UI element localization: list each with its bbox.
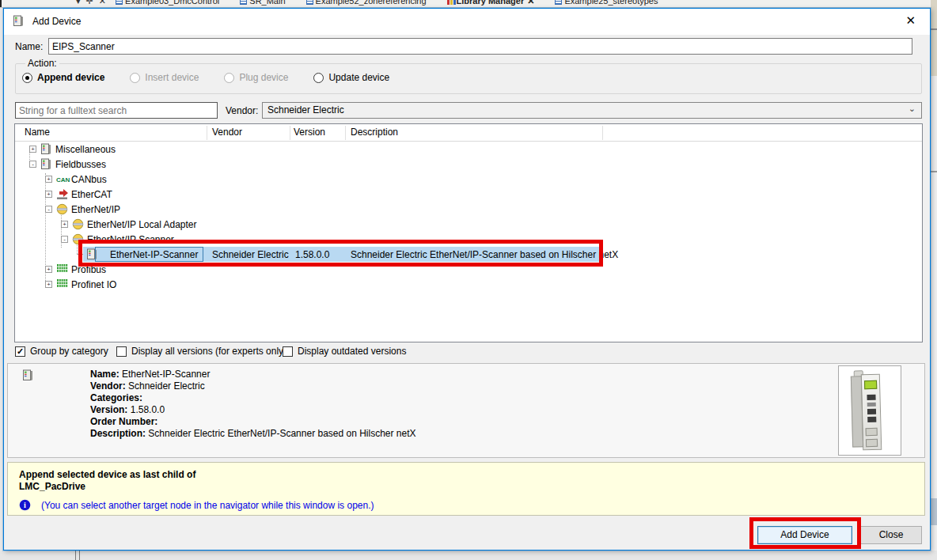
- detail-label: Vendor:: [90, 380, 126, 392]
- tree-row-selected-device[interactable]: EtherNet-IP-ScannerSchneider Electric1.5…: [15, 247, 922, 262]
- detail-line: Version: 1.58.0.0: [90, 404, 416, 416]
- tree-row[interactable]: +Profibus: [15, 262, 922, 277]
- navigator-hint-text: (You can select another target node in t…: [41, 500, 374, 511]
- column-header-vendor[interactable]: Vendor: [212, 127, 242, 138]
- radio-button-icon: [224, 73, 234, 83]
- tree-item-label: CANbus: [71, 174, 107, 185]
- tab-example03-dmccontrol[interactable]: Example03_DmcControl: [116, 0, 219, 6]
- close-icon[interactable]: ✕: [902, 13, 919, 28]
- close-button[interactable]: Close: [860, 526, 922, 544]
- tree-expander-expanded-icon[interactable]: -: [61, 236, 68, 243]
- checkbox-display-outdated-versions[interactable]: Display outdated versions: [283, 346, 406, 357]
- column-separator[interactable]: [345, 126, 346, 140]
- tree-row[interactable]: +Miscellaneous: [15, 142, 922, 157]
- tree-row[interactable]: +Profinet IO: [15, 277, 922, 292]
- fieldbus-grid-icon: [56, 263, 68, 275]
- column-separator[interactable]: [207, 126, 207, 140]
- append-target-panel: Append selected device as last child of …: [7, 462, 925, 516]
- column-header-description[interactable]: Description: [351, 127, 398, 138]
- device-description-cell: Schneider Electric EtherNet/IP-Scanner b…: [351, 249, 618, 260]
- vendor-selected-value: Schneider Electric: [267, 104, 344, 115]
- background-right-panel: [931, 0, 937, 560]
- splitter-line: [75, 551, 76, 560]
- tree-expander-collapsed-icon[interactable]: +: [45, 281, 52, 288]
- append-action-text: Append selected device as last child of: [19, 469, 195, 480]
- radio-button-icon: [130, 73, 140, 83]
- radio-update-device[interactable]: Update device: [313, 72, 389, 83]
- tree-item-label: Profibus: [71, 264, 106, 275]
- radio-label: Insert device: [145, 72, 199, 83]
- detail-value: 1.58.0.0: [131, 404, 165, 415]
- dialog-titlebar[interactable]: Add Device ✕: [4, 9, 930, 35]
- background-edge-mark: [0, 0, 2, 8]
- device-name-cell: EtherNet-IP-Scanner: [110, 249, 198, 260]
- checkbox-label: Display all versions (for experts only): [131, 346, 286, 357]
- tab-label: Example25_stereotypes: [564, 0, 658, 6]
- device-table-header: Name Vendor Version Description: [15, 124, 922, 142]
- detail-line: Categories:: [90, 392, 416, 404]
- tree-expander-collapsed-icon[interactable]: +: [45, 176, 52, 183]
- dialog-title: Add Device: [32, 16, 81, 27]
- background-tab-bar: ▾ ✛ ✕Example03_DmcControlSR_MainExample5…: [0, 0, 937, 8]
- canbus-icon: CAN: [56, 173, 70, 184]
- tree-item-label: Fieldbusses: [55, 159, 106, 170]
- splitter-line: [79, 551, 80, 560]
- tree-row[interactable]: -Fieldbusses: [15, 157, 922, 172]
- tree-expander-collapsed-icon[interactable]: +: [61, 221, 68, 228]
- tab-example25-stereotypes[interactable]: Example25_stereotypes: [555, 0, 658, 6]
- tree-row[interactable]: +EtherCAT: [15, 187, 922, 202]
- background-scrollbar-thumb[interactable]: [931, 498, 937, 525]
- fieldbus-grid-icon: [56, 278, 68, 290]
- fulltext-search-input[interactable]: [15, 102, 218, 119]
- device-category-icon: [40, 158, 51, 172]
- checkbox-label: Group by category: [30, 346, 108, 357]
- tab-label: Library Manager: [457, 0, 525, 6]
- ethernetip-icon: [72, 233, 84, 248]
- tab-label: Example03_DmcControl: [125, 0, 219, 6]
- action-group-label: Action:: [25, 58, 59, 69]
- close-tab-icon[interactable]: ✕: [527, 0, 534, 6]
- device-name-input[interactable]: [48, 38, 912, 55]
- tree-expander-expanded-icon[interactable]: -: [45, 206, 52, 213]
- tree-row[interactable]: -EtherNet/IP: [15, 202, 922, 217]
- radio-button-icon[interactable]: [313, 73, 324, 83]
- checkbox-display-all-versions-for-exper[interactable]: Display all versions (for experts only): [116, 346, 286, 357]
- tab-example52-zonereferencing[interactable]: Example52_zonereferencing: [306, 0, 427, 6]
- tree-row[interactable]: +EtherNet/IP Local Adapter: [15, 217, 922, 232]
- radio-label: Update device: [328, 72, 389, 83]
- checkbox-icon[interactable]: ✓: [15, 346, 25, 357]
- tree-expander-collapsed-icon[interactable]: +: [29, 146, 36, 153]
- tree-row[interactable]: +CANCANbus: [15, 172, 922, 187]
- background-toolbar-icons[interactable]: ▾ ✛ ✕: [76, 0, 108, 6]
- info-icon: i: [19, 499, 31, 513]
- tab-library-manager[interactable]: Library Manager✕: [447, 0, 535, 6]
- tree-expander-expanded-icon[interactable]: -: [29, 161, 36, 168]
- column-separator[interactable]: [602, 126, 603, 140]
- checkbox-icon[interactable]: [283, 346, 293, 357]
- checkbox-icon[interactable]: [116, 346, 127, 357]
- action-group: Action: Append deviceInsert devicePlug d…: [15, 58, 922, 94]
- device-photo: [838, 365, 901, 456]
- radio-append-device[interactable]: Append device: [22, 72, 104, 83]
- vendor-dropdown[interactable]: Schneider Electric ⌄: [262, 102, 922, 119]
- add-device-button[interactable]: Add Device: [757, 526, 852, 544]
- column-header-version[interactable]: Version: [294, 127, 325, 138]
- tree-expander-collapsed-icon[interactable]: +: [45, 191, 52, 198]
- background-panel-block: [931, 30, 937, 76]
- column-header-name[interactable]: Name: [25, 127, 50, 138]
- checkbox-group-by-category[interactable]: ✓Group by category: [15, 346, 108, 357]
- detail-line: Order Number:: [90, 416, 416, 428]
- tab-sr-main[interactable]: SR_Main: [240, 0, 285, 6]
- detail-label: Version:: [90, 404, 127, 415]
- device-version-cell: 1.58.0.0: [295, 249, 329, 260]
- tree-expander-collapsed-icon[interactable]: +: [45, 266, 52, 273]
- radio-button-icon[interactable]: [22, 73, 32, 83]
- detail-value: Schneider Electric: [128, 380, 205, 392]
- tree-row[interactable]: -EtherNet/IP Scanner: [15, 232, 922, 247]
- background-panel-block: [931, 0, 937, 28]
- tree-item-label: Miscellaneous: [55, 144, 116, 155]
- column-separator[interactable]: [290, 126, 290, 140]
- radio-insert-device: Insert device: [130, 72, 199, 83]
- tree-item-label: EtherNet/IP Local Adapter: [87, 219, 197, 230]
- detail-label: Name:: [90, 369, 119, 380]
